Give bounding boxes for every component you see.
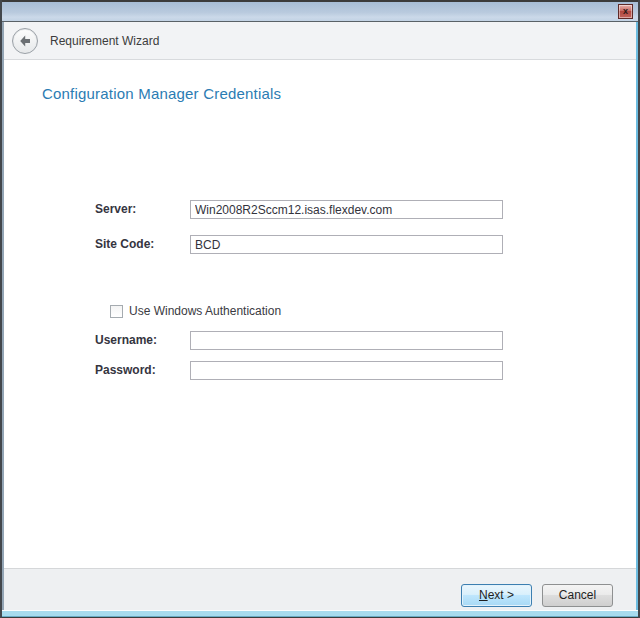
password-label: Password:: [95, 361, 156, 380]
site-code-input[interactable]: [190, 235, 503, 254]
password-input[interactable]: [190, 361, 503, 380]
cancel-button[interactable]: Cancel: [542, 584, 613, 607]
wizard-window: x Requirement Wizard Configuration Manag…: [0, 0, 640, 618]
username-label: Username:: [95, 331, 157, 350]
username-input[interactable]: [190, 331, 503, 350]
wizard-title: Requirement Wizard: [50, 34, 159, 48]
cancel-button-label: Cancel: [543, 585, 612, 606]
next-button-label: Next >: [462, 585, 531, 606]
back-arrow-icon: [17, 33, 33, 49]
button-bar: Next > Cancel: [2, 568, 638, 610]
window-bottom-edge: [2, 610, 638, 618]
windows-auth-label: Use Windows Authentication: [129, 304, 281, 318]
window-left-edge: [2, 22, 4, 610]
page-title: Configuration Manager Credentials: [42, 85, 281, 102]
title-bar: x: [2, 0, 638, 22]
back-button[interactable]: [12, 28, 38, 54]
close-icon[interactable]: x: [618, 4, 633, 19]
wizard-header: Requirement Wizard: [2, 22, 638, 60]
server-input[interactable]: [190, 200, 503, 219]
windows-auth-checkbox[interactable]: [110, 305, 123, 318]
window-right-edge: [636, 22, 638, 610]
windows-auth-row: Use Windows Authentication: [110, 304, 281, 318]
next-button[interactable]: Next >: [461, 584, 532, 607]
page-content: Configuration Manager Credentials Server…: [2, 60, 638, 568]
server-label: Server:: [95, 200, 136, 219]
site-code-label: Site Code:: [95, 235, 154, 254]
